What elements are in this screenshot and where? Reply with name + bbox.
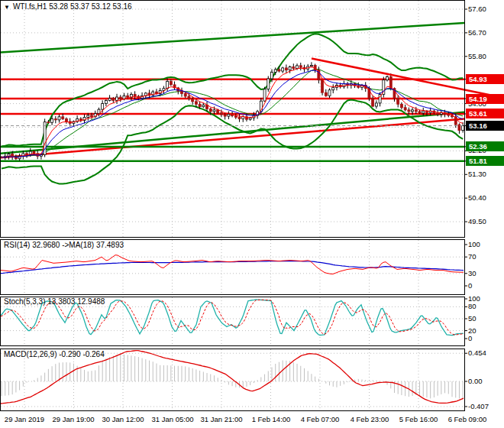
price-axis-label: 51.30 — [468, 170, 486, 178]
macd-indicator-label: MACD(12,26,9) -0.290 -0.264 — [4, 350, 105, 358]
price-level-badge: 52.36 — [466, 141, 504, 151]
price-level-badge: 53.61 — [466, 109, 504, 118]
price-level-badge: 54.19 — [466, 94, 504, 104]
stoch-axis-label: 100 — [468, 294, 480, 303]
stoch-axis-label: 0 — [468, 334, 472, 342]
rsi-axis-label: 100 — [468, 240, 480, 248]
price-level-badge: 54.93 — [466, 74, 504, 84]
rsi-axis-label: 70 — [468, 252, 477, 261]
price-axis-label: 55.80 — [468, 52, 486, 60]
rsi-indicator-label: RSI(14) 32.9680 ->MA(18) 37.4893 — [4, 241, 124, 249]
macd-axis-label: 0.454 — [468, 349, 486, 357]
symbol-dropdown-arrow-icon[interactable]: ▼ — [4, 4, 10, 11]
chart-title: ▼WTI.fs,H1 53.28 53.37 53.12 53.16 — [4, 2, 132, 11]
price-axis-label: 56.70 — [468, 28, 486, 37]
stoch-indicator-label: Stoch(5,3,3) 13.3803 12.9488 — [4, 297, 105, 306]
time-axis-label: 6 Feb 09:00 — [437, 415, 498, 423]
stoch-axis-label: 20 — [468, 326, 477, 335]
macd-axis-label: -0.407 — [468, 402, 489, 410]
rsi-axis-label: 30 — [468, 269, 477, 277]
rsi-axis-label: 0 — [468, 281, 472, 290]
price-axis-label: 49.50 — [468, 217, 486, 225]
symbol-ohlc-label: WTI.fs,H1 53.28 53.37 53.12 53.16 — [13, 2, 132, 11]
price-axis-label: 50.40 — [468, 193, 486, 202]
trading-terminal-chart-window: ▼WTI.fs,H1 53.28 53.37 53.12 53.16 RSI(1… — [0, 0, 504, 428]
macd-axis-label: 0.00 — [468, 377, 483, 385]
price-axis-label: 57.60 — [468, 5, 486, 13]
stoch-axis-label: 50 — [468, 314, 477, 323]
chart-canvas[interactable] — [0, 0, 504, 428]
price-level-badge: 51.81 — [466, 156, 504, 166]
price-level-badge: 53.16 — [466, 121, 504, 131]
stoch-axis-label: 80 — [468, 302, 477, 310]
